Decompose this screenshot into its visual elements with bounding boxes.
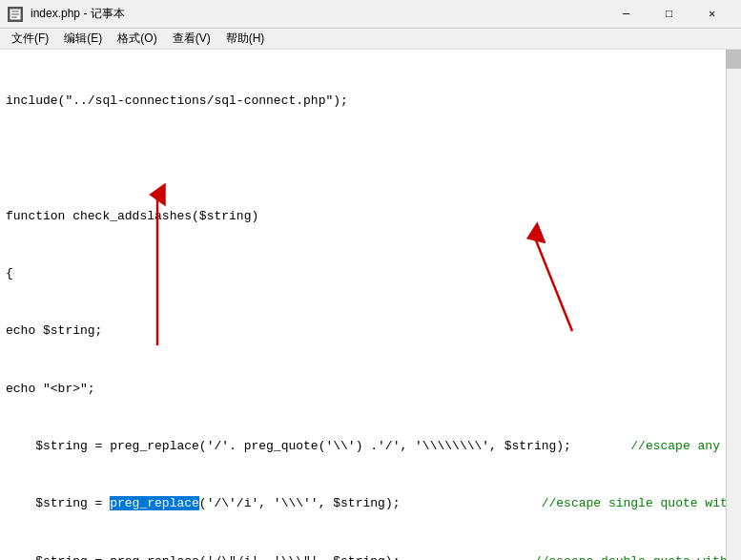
menu-file[interactable]: 文件(F) bbox=[4, 29, 56, 49]
content-area[interactable]: include("../sql-connections/sql-connect.… bbox=[0, 50, 741, 560]
menu-view[interactable]: 查看(V) bbox=[165, 29, 218, 49]
window-title: index.php - 记事本 bbox=[31, 6, 125, 22]
title-bar-left: index.php - 记事本 bbox=[8, 6, 125, 22]
code-line-2 bbox=[6, 150, 735, 169]
code-line-7: $string = preg_replace('/'. preg_quote('… bbox=[6, 437, 735, 456]
code-line-6: echo "<br>"; bbox=[6, 380, 735, 399]
scrollbar-thumb[interactable] bbox=[726, 50, 741, 69]
menu-help[interactable]: 帮助(H) bbox=[218, 29, 273, 49]
code-line-3: function check_addslashes($string) bbox=[6, 207, 735, 226]
maximize-button[interactable]: □ bbox=[648, 0, 690, 29]
minimize-button[interactable]: — bbox=[605, 0, 648, 29]
app-icon bbox=[8, 7, 23, 22]
highlighted-function: preg_replace bbox=[110, 496, 199, 510]
menu-bar: 文件(F) 编辑(E) 格式(O) 查看(V) 帮助(H) bbox=[0, 29, 741, 50]
title-bar: index.php - 记事本 — □ ✕ bbox=[0, 0, 741, 29]
code-line-5: echo $string; bbox=[6, 321, 735, 341]
code-line-9: $string = preg_replace('/\"/i', '\\\"', … bbox=[6, 552, 735, 560]
code-line-1: include("../sql-connections/sql-connect.… bbox=[6, 92, 735, 111]
close-button[interactable]: ✕ bbox=[690, 0, 733, 29]
code-line-8: $string = preg_replace('/\'/i', '\\\'', … bbox=[6, 494, 735, 513]
code-editor[interactable]: include("../sql-connections/sql-connect.… bbox=[0, 50, 741, 560]
window-controls: — □ ✕ bbox=[605, 0, 733, 29]
menu-format[interactable]: 格式(O) bbox=[110, 29, 164, 49]
vertical-scrollbar[interactable] bbox=[726, 50, 741, 560]
code-line-4: { bbox=[6, 264, 735, 283]
menu-edit[interactable]: 编辑(E) bbox=[56, 29, 110, 49]
